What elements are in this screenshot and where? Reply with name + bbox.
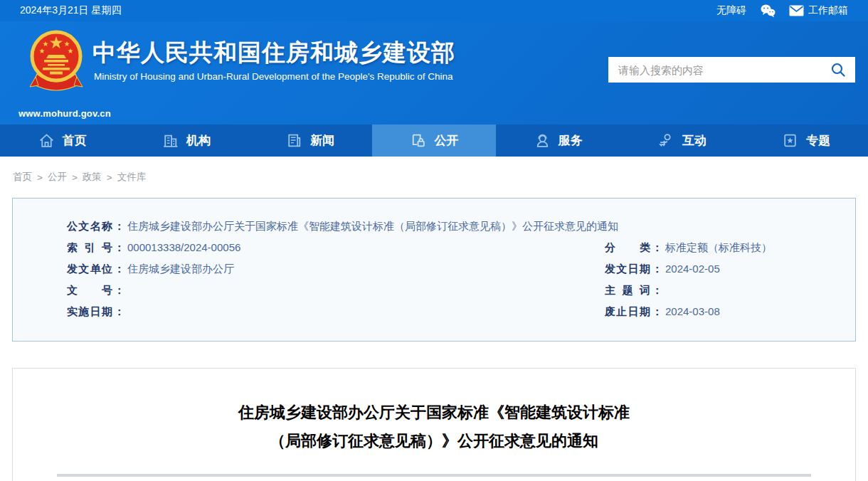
breadcrumb-separator: > [72,172,78,183]
organization-icon [162,132,179,149]
topic-star-icon [781,132,799,149]
meta-row-issuing-unit: 发文单位 ： 住房城乡建设部办公厅 [67,263,605,284]
breadcrumb-home[interactable]: 首页 [13,171,32,184]
nav-item-label: 互动 [682,132,706,149]
meta-row-index-number: 索引号 ： 000013338/2024-00056 [67,241,605,263]
meta-value: 2024-02-05 [665,263,720,275]
site-header: www.mohurd.gov.cn 中华人民共和国住房和城乡建设部 Minist… [0,21,868,125]
site-title: 中华人民共和国住房和城乡建设部 [92,37,455,69]
meta-colon: ： [652,241,662,255]
nav-item-news[interactable]: 新闻 [248,125,372,157]
meta-row-document-name: 公文名称 ： 住房城乡建设部办公厅关于国家标准《智能建筑设计标准（局部修订征求意… [67,220,841,241]
nav-item-service[interactable]: 服务 [496,125,620,157]
nav-item-home[interactable]: 首页 [0,125,124,157]
home-icon [38,132,55,149]
meta-label: 废止日期 [605,305,650,319]
nav-item-label: 公开 [434,132,458,149]
site-title-english: Ministry of Housing and Urban-Rural Deve… [94,71,453,82]
meta-column-left: 索引号 ： 000013338/2024-00056 发文单位 ： 住房城乡建设… [67,241,605,327]
service-person-icon [534,132,551,149]
meta-label: 公文名称 [67,220,112,233]
meta-label: 文号 [67,284,112,297]
nav-item-interaction[interactable]: 互动 [620,125,743,157]
meta-label: 分类 [605,241,650,255]
meta-label: 实施日期 [67,305,112,319]
meta-label: 索引号 [67,241,112,255]
meta-columns: 索引号 ： 000013338/2024-00056 发文单位 ： 住房城乡建设… [67,241,841,327]
nav-item-organization[interactable]: 机构 [124,125,248,157]
meta-row-issue-date: 发文日期 ： 2024-02-05 [605,263,841,284]
current-date: 2024年3月21日 星期四 [20,4,121,17]
article-title: 住房城乡建设部办公厅关于国家标准《智能建筑设计标准 （局部修订征求意见稿）》公开… [13,398,855,455]
meta-row-repeal-date: 废止日期 ： 2024-03-08 [605,305,841,327]
meta-row-category: 分类 ： 标准定额（标准科技） [605,241,841,263]
nav-item-label: 新闻 [310,132,334,149]
national-emblem-logo [28,30,84,98]
meta-colon: ： [114,241,125,255]
search-input[interactable] [618,64,830,76]
article-content-box: 住房城乡建设部办公厅关于国家标准《智能建筑设计标准 （局部修订征求意见稿）》公开… [12,368,856,481]
top-bar: 2024年3月21日 星期四 无障碍 [0,0,868,21]
breadcrumb-document-library[interactable]: 文件库 [117,171,147,184]
content-divider [57,474,811,477]
meta-colon: ： [652,263,662,276]
interaction-icon [657,132,675,149]
site-url: www.mohurd.gov.cn [18,108,104,119]
article-title-line1: 住房城乡建设部办公厅关于国家标准《智能建筑设计标准 [13,398,855,427]
search-box [608,57,855,83]
meta-colon: ： [652,305,662,319]
meta-column-right: 分类 ： 标准定额（标准科技） 发文日期 ： 2024-02-05 主题词 ： … [605,241,841,327]
topbar-links: 无障碍 工作邮箱 [716,3,848,18]
breadcrumb-policy[interactable]: 政策 [83,171,102,184]
nav-item-label: 首页 [63,132,87,149]
main-nav: 首页 机构 新闻 [0,125,868,157]
meta-row-document-number: 文号 ： [67,284,605,305]
meta-label: 发文日期 [605,263,650,276]
meta-value: 住房城乡建设部办公厅关于国家标准《智能建筑设计标准（局部修订征求意见稿）》公开征… [127,220,618,233]
work-mailbox-link[interactable]: 工作邮箱 [808,4,848,17]
meta-colon: ： [114,220,125,233]
nav-item-topics[interactable]: 专题 [744,125,868,157]
meta-colon: ： [114,263,125,276]
meta-row-implementation-date: 实施日期 ： [67,305,605,327]
mail-icon[interactable] [789,5,804,16]
nav-item-label: 机构 [186,132,211,149]
breadcrumb: 首页 > 公开 > 政策 > 文件库 [0,157,868,184]
meta-label: 发文单位 [67,263,112,276]
nav-item-label: 专题 [806,132,830,149]
accessibility-link[interactable]: 无障碍 [716,4,746,17]
meta-value: 住房城乡建设部办公厅 [127,263,234,276]
document-meta-box: 公文名称 ： 住房城乡建设部办公厅关于国家标准《智能建筑设计标准（局部修订征求意… [12,198,856,342]
search-icon[interactable] [830,61,847,78]
news-icon [285,132,303,149]
breadcrumb-disclosure[interactable]: 公开 [48,171,67,184]
page: 2024年3月21日 星期四 无障碍 [0,0,868,481]
disclosure-lock-icon [409,132,427,149]
meta-colon: ： [652,284,662,297]
breadcrumb-separator: > [107,172,112,183]
meta-row-subject-words: 主题词 ： [605,284,841,305]
article-title-line2: （局部修订征求意见稿）》公开征求意见的通知 [13,427,855,455]
meta-colon: ： [114,305,125,319]
meta-colon: ： [114,284,125,297]
nav-item-disclosure[interactable]: 公开 [372,125,496,157]
meta-label: 主题词 [605,284,650,297]
nav-item-label: 服务 [559,132,583,149]
meta-value: 2024-03-08 [665,305,720,317]
breadcrumb-separator: > [37,172,43,183]
meta-value: 000013338/2024-00056 [127,241,240,253]
meta-value: 标准定额（标准科技） [665,241,772,255]
wechat-icon[interactable] [759,3,776,18]
